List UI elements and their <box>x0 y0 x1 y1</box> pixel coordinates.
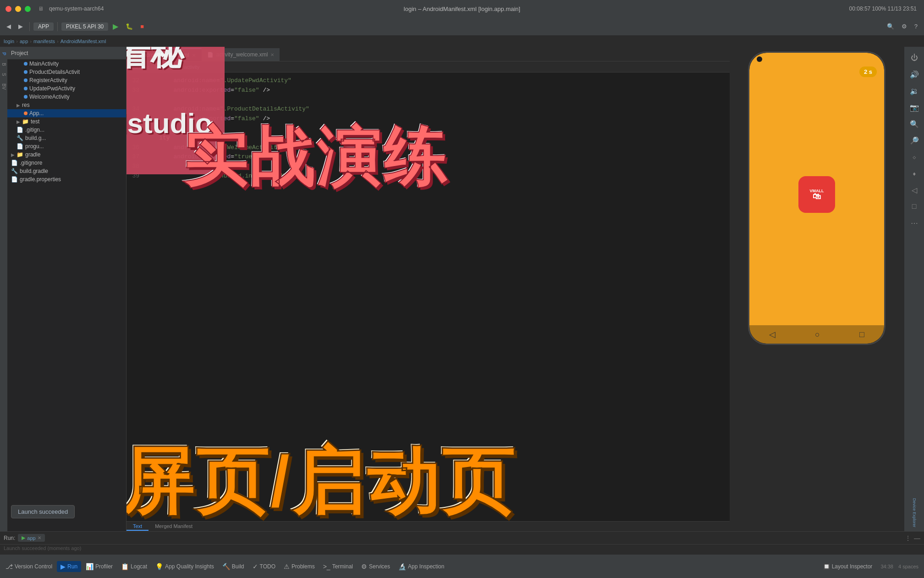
screenshot-button[interactable]: 📷 <box>907 100 922 115</box>
device-label[interactable]: PIXEL 5 API 30 <box>61 22 108 31</box>
app-quality-label: App Quality Insights <box>165 563 214 570</box>
maximize-button[interactable] <box>25 6 31 12</box>
settings-button[interactable]: ⚙ <box>899 21 910 32</box>
status-todo[interactable]: ✓ TODO <box>249 561 279 572</box>
bc-app[interactable]: app <box>20 39 28 44</box>
project-tab[interactable]: P <box>0 50 7 57</box>
bc-login[interactable]: login <box>4 39 14 44</box>
main-area: P B S BV Project MainActivity ProductDet… <box>0 47 924 531</box>
run-minimize-button[interactable]: — <box>914 534 920 542</box>
run-button[interactable]: ▶ <box>110 21 121 32</box>
more-options-button[interactable]: ⋯ <box>907 216 922 230</box>
status-problems[interactable]: ⚠ Problems <box>280 561 319 572</box>
tree-gitignore-root[interactable]: 📄 .gitignore <box>7 159 126 167</box>
bc-file[interactable]: AndroidManifest.xml <box>60 39 106 44</box>
tree-test[interactable]: ▶ 📁 test <box>7 117 126 126</box>
build-variants-tab[interactable]: BV <box>0 82 7 91</box>
minimize-button[interactable] <box>15 6 21 12</box>
zoom-out-button[interactable]: 🔎 <box>907 133 922 148</box>
tree-item-label: progu... <box>25 143 44 150</box>
square-button[interactable]: □ <box>907 199 922 214</box>
search-button[interactable]: 🔍 <box>884 21 897 32</box>
tree-gradle-folder[interactable]: ▶ 📁 gradle <box>7 150 126 159</box>
ed-bc-manifest[interactable]: manifest <box>130 64 149 70</box>
tree-item-label: MainActivity <box>29 61 59 67</box>
tree-proguard[interactable]: 📄 progu... <box>7 142 126 150</box>
status-version-control[interactable]: ⎇ Version Control <box>2 561 56 572</box>
back-nav-button[interactable]: ◁ <box>907 183 922 197</box>
xml-tab-merged[interactable]: Merged Manifest <box>148 522 199 531</box>
status-services[interactable]: ⚙ Services <box>358 561 394 572</box>
code-line-34: 34 android:name=".ProductDetailsActivity… <box>126 105 730 114</box>
status-app-inspection[interactable]: 🔬 App Inspection <box>395 561 448 572</box>
tree-res[interactable]: ▶ res <box>7 101 126 109</box>
phone-area: 2 s VMALL 🛍 ◁ ○ □ <box>730 47 904 531</box>
app-icon: 🖥 <box>38 6 44 12</box>
back-icon[interactable]: ◁ <box>769 329 776 339</box>
tab-androidmanifest[interactable]: ⚙ AndroidManifest.xml ✕ <box>126 48 202 61</box>
run-more-button[interactable]: ⋮ <box>905 534 911 542</box>
device-explorer-button[interactable]: Device Explorer <box>911 495 918 531</box>
status-layout-inspector[interactable]: 🔲 Layout Inspector <box>820 561 876 572</box>
tree-item-label: build.g... <box>25 135 46 141</box>
editor-content[interactable]: 32 android:name=".UpdatePwdActivity" 33 … <box>126 72 730 521</box>
left-sidebar: P B S BV <box>0 47 7 531</box>
tree-welcome-activity[interactable]: WelcomeActivity <box>7 93 126 101</box>
app-label[interactable]: APP <box>33 22 54 31</box>
tree-item-label: WelcomeActivity <box>29 94 70 100</box>
debug-button[interactable]: 🐛 <box>123 21 136 32</box>
volume-up-button[interactable]: 🔊 <box>907 67 922 82</box>
code-line-37: 37 android:exported="true"> <box>126 152 730 162</box>
status-app-quality[interactable]: 💡 App Quality Insights <box>152 561 218 572</box>
tree-product-activity[interactable]: ProductDetailsActivit <box>7 68 126 76</box>
structure-tab[interactable]: S <box>0 71 7 78</box>
launch-status-text: Launch succeeded (moments ago) <box>4 545 81 551</box>
bookmarks-tab[interactable]: B <box>0 61 7 68</box>
paint-button[interactable]: ⬧ <box>907 166 922 181</box>
status-terminal[interactable]: >_ Terminal <box>319 561 357 572</box>
xml-tab-text[interactable]: Text <box>126 522 148 531</box>
project-panel-title: Project <box>11 50 28 56</box>
tab-close-manifest[interactable]: ✕ <box>192 53 196 58</box>
status-run[interactable]: ▶ Run <box>57 561 81 572</box>
bc-manifests[interactable]: manifests <box>33 39 55 44</box>
power-button[interactable]: ⏻ <box>907 50 922 65</box>
tree-register-activity[interactable]: RegisterActivity <box>7 76 126 84</box>
todo-label: TODO <box>260 563 275 570</box>
ed-bc-application[interactable]: application <box>154 64 179 70</box>
back-button[interactable]: ◀ <box>4 21 14 32</box>
tree-gradle-props[interactable]: 📄 gradle.properties <box>7 175 126 183</box>
layout-icon: 🔲 <box>823 563 830 570</box>
tree-app[interactable]: App... <box>7 109 126 117</box>
run-app-badge[interactable]: ▶ app ✕ <box>18 534 44 542</box>
tree-updatepwd-activity[interactable]: UpdatePwdActivity <box>7 84 126 93</box>
ed-bc-activity[interactable]: activity <box>184 64 200 70</box>
tree-item-label: res <box>22 102 30 108</box>
tree-gitignore[interactable]: 📄 .gitign... <box>7 126 126 134</box>
status-build[interactable]: 🔨 Build <box>219 561 248 572</box>
run-close-icon[interactable]: ✕ <box>38 535 41 540</box>
vc-icon: ⎇ <box>6 563 13 570</box>
stop-button[interactable]: ■ <box>138 21 147 32</box>
status-logcat[interactable]: 📋 Logcat <box>117 561 151 572</box>
code-line-33: 33 android:exported="false" /> <box>126 86 730 95</box>
tree-main-activity[interactable]: MainActivity <box>7 60 126 68</box>
close-button[interactable] <box>6 6 11 12</box>
run-app-name: app <box>27 535 35 541</box>
recents-icon[interactable]: □ <box>859 330 864 339</box>
home-icon[interactable]: ○ <box>815 330 820 339</box>
tree-build-gradle[interactable]: 🔧 build.g... <box>7 134 126 142</box>
tree-build-gradle-root[interactable]: 🔧 build.gradle <box>7 167 126 175</box>
status-profiler[interactable]: 📊 Profiler <box>82 561 116 572</box>
toolbar-sep-1 <box>29 22 30 31</box>
eraser-button[interactable]: ⬦ <box>907 150 922 164</box>
forward-button[interactable]: ▶ <box>16 21 26 32</box>
folder-icon: 📁 <box>16 151 23 158</box>
help-button[interactable]: ? <box>912 21 920 32</box>
volume-down-button[interactable]: 🔉 <box>907 83 922 98</box>
file-icon: 📄 <box>16 143 23 150</box>
tab-activity-welcome[interactable]: 📄 activity_welcome.xml ✕ <box>202 48 280 61</box>
tab-close-welcome[interactable]: ✕ <box>270 52 274 57</box>
zoom-in-button[interactable]: 🔍 <box>907 117 922 131</box>
services-label: Services <box>369 563 390 570</box>
